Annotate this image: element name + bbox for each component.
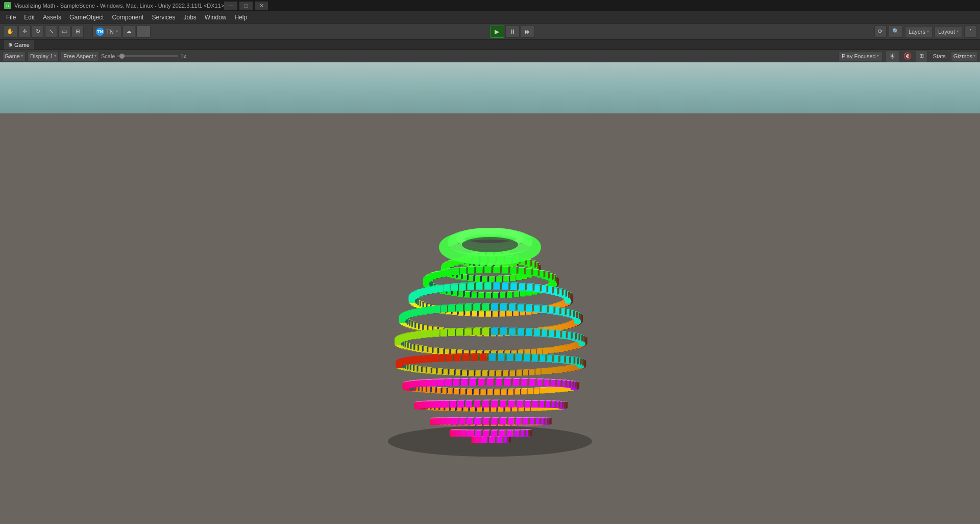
svg-marker-1561 bbox=[523, 400, 525, 408]
stats-button[interactable]: Stats bbox=[931, 51, 948, 61]
menu-component[interactable]: Component bbox=[108, 12, 148, 23]
svg-marker-1627 bbox=[552, 354, 554, 362]
svg-rect-315 bbox=[507, 292, 512, 298]
play-controls: ▶ ⏸ ⏭ bbox=[153, 26, 872, 38]
svg-rect-1563 bbox=[516, 401, 523, 408]
scale-slider[interactable] bbox=[117, 55, 178, 57]
svg-marker-949 bbox=[507, 436, 509, 443]
game-tab[interactable]: ⊕ Game bbox=[4, 40, 34, 50]
svg-marker-1639 bbox=[517, 282, 519, 290]
svg-rect-1740 bbox=[525, 329, 532, 336]
menu-edit[interactable]: Edit bbox=[20, 12, 39, 23]
display-dropdown[interactable]: Display 1 ▾ bbox=[28, 51, 59, 61]
svg-rect-282 bbox=[547, 368, 552, 374]
svg-marker-1342 bbox=[578, 334, 580, 341]
aspect-dropdown[interactable]: Free Aspect ▾ bbox=[61, 51, 99, 61]
svg-rect-1641 bbox=[510, 283, 517, 290]
game-panel-header: ⊕ Game bbox=[0, 40, 980, 50]
hand-tool[interactable]: ✋ bbox=[3, 26, 17, 38]
svg-rect-33 bbox=[503, 371, 508, 376]
move-tool[interactable]: ✛ bbox=[18, 26, 31, 38]
svg-rect-141 bbox=[529, 370, 535, 375]
brightness-button[interactable]: ☀ bbox=[886, 50, 899, 62]
svg-rect-333 bbox=[553, 347, 559, 352]
svg-rect-1386 bbox=[430, 401, 437, 408]
game-dropdown[interactable]: Game ▾ bbox=[2, 51, 26, 61]
svg-rect-1800 bbox=[500, 328, 507, 336]
layout-dropdown[interactable]: Layout ▾ bbox=[935, 26, 962, 37]
minimize-button[interactable]: ─ bbox=[224, 2, 237, 10]
svg-rect-1635 bbox=[426, 330, 433, 337]
svg-marker-1222 bbox=[513, 430, 515, 437]
svg-rect-453 bbox=[482, 277, 487, 282]
svg-rect-336 bbox=[552, 368, 557, 373]
svg-rect-1710 bbox=[440, 329, 447, 336]
menu-gameobject[interactable]: GameObject bbox=[65, 12, 108, 23]
close-button[interactable]: ✕ bbox=[255, 2, 268, 10]
more-options-button[interactable]: ⋮ bbox=[964, 26, 977, 38]
svg-marker-1744 bbox=[516, 303, 518, 311]
rotate-tool[interactable]: ↻ bbox=[32, 26, 44, 38]
svg-marker-1675 bbox=[547, 329, 549, 337]
svg-rect-1638 bbox=[459, 283, 465, 290]
avatar: TN bbox=[96, 28, 104, 36]
svg-marker-1411 bbox=[575, 332, 577, 340]
menu-services[interactable]: Services bbox=[148, 12, 179, 23]
svg-marker-178 bbox=[443, 348, 445, 354]
right-toolbar: ⟳ 🔍 Layers ▾ Layout ▾ ⋮ bbox=[874, 26, 977, 38]
svg-rect-1626 bbox=[433, 306, 440, 313]
history-button[interactable]: ⟳ bbox=[874, 26, 887, 38]
gizmos-button[interactable]: Gizmos ▾ bbox=[951, 51, 978, 61]
play-focused-button[interactable]: Play Focused ▾ bbox=[838, 51, 883, 61]
svg-marker-346 bbox=[435, 387, 437, 393]
step-button[interactable]: ⏭ bbox=[521, 26, 535, 38]
mute-button[interactable]: 🔇 bbox=[902, 51, 913, 61]
search-button[interactable]: 🔍 bbox=[889, 26, 903, 38]
collab-button[interactable] bbox=[136, 26, 151, 38]
svg-marker-1747 bbox=[472, 303, 474, 311]
aspect-settings-button[interactable]: ⊞ bbox=[916, 50, 928, 62]
svg-marker-1762 bbox=[498, 303, 500, 311]
separator-1 bbox=[88, 27, 88, 37]
scale-value: 1x bbox=[180, 53, 186, 59]
menu-jobs[interactable]: Jobs bbox=[179, 12, 200, 23]
svg-rect-1779 bbox=[506, 354, 513, 361]
pause-button[interactable]: ⏸ bbox=[505, 26, 520, 38]
svg-marker-1459 bbox=[560, 379, 562, 387]
play-button[interactable]: ▶ bbox=[490, 26, 504, 38]
menu-assets[interactable]: Assets bbox=[39, 12, 65, 23]
layers-dropdown[interactable]: Layers ▾ bbox=[905, 26, 933, 37]
menu-help[interactable]: Help bbox=[231, 12, 252, 23]
svg-rect-75 bbox=[517, 370, 522, 376]
svg-rect-1752 bbox=[454, 354, 461, 361]
window-title: Visualizing Math - SampleScene - Windows… bbox=[14, 3, 224, 9]
rect-tool[interactable]: ▭ bbox=[58, 26, 70, 38]
svg-marker-970 bbox=[530, 430, 532, 437]
svg-rect-1611 bbox=[474, 401, 480, 408]
svg-marker-1804 bbox=[498, 327, 500, 336]
user-group: TN TN ▾ ☁ bbox=[92, 26, 151, 38]
svg-marker-13 bbox=[495, 370, 496, 376]
restore-button[interactable]: □ bbox=[239, 2, 253, 10]
svg-marker-1318 bbox=[543, 270, 545, 278]
svg-rect-1455 bbox=[491, 418, 498, 425]
user-button[interactable]: TN TN ▾ bbox=[92, 26, 121, 38]
svg-marker-1396 bbox=[565, 379, 567, 387]
sphere-visualization bbox=[337, 155, 643, 462]
svg-rect-573 bbox=[516, 274, 522, 280]
svg-rect-15 bbox=[489, 371, 495, 376]
svg-marker-91 bbox=[460, 369, 462, 375]
svg-rect-1449 bbox=[474, 418, 481, 425]
svg-marker-676 bbox=[407, 342, 408, 348]
cloud-button[interactable]: ☁ bbox=[122, 26, 135, 38]
scale-tool[interactable]: ⤡ bbox=[45, 26, 57, 38]
svg-rect-1767 bbox=[482, 304, 489, 311]
menu-window[interactable]: Window bbox=[201, 12, 231, 23]
svg-marker-1282 bbox=[581, 334, 583, 341]
svg-marker-400 bbox=[422, 345, 424, 352]
svg-marker-433 bbox=[421, 366, 423, 373]
svg-rect-1716 bbox=[469, 379, 476, 386]
menu-file[interactable]: File bbox=[2, 12, 20, 23]
svg-rect-30 bbox=[475, 371, 481, 376]
transform-tool[interactable]: ⊞ bbox=[71, 26, 84, 38]
